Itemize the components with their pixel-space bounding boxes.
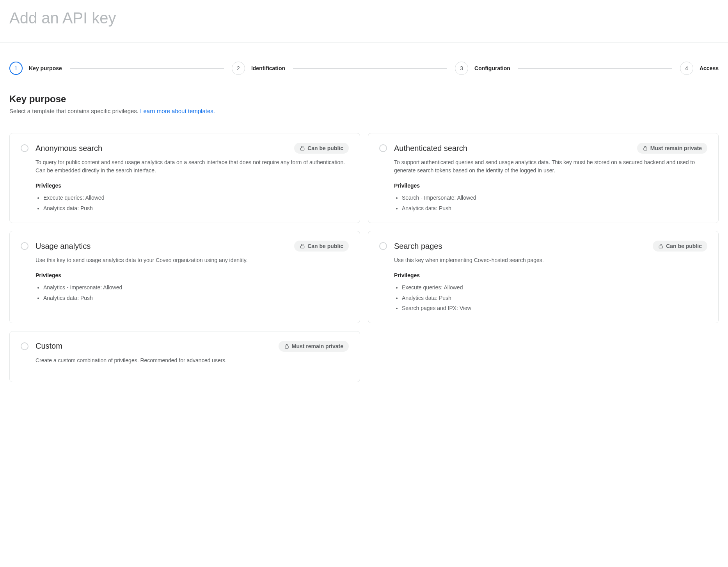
template-card-custom[interactable]: CustomMust remain privateCreate a custom… [9,331,360,382]
template-card-authenticated-search[interactable]: Authenticated searchMust remain privateT… [368,133,719,223]
privilege-item: Execute queries: Allowed [43,193,349,203]
privilege-item: Analytics data: Push [402,203,707,214]
learn-more-link[interactable]: Learn more about templates. [140,108,215,114]
card-header: Anonymous searchCan be public [36,143,349,154]
badge-public: Can be public [653,241,707,252]
card-description: Use this key when implementing Coveo-hos… [394,256,707,264]
radio-authenticated-search[interactable] [379,144,387,152]
stepper: 1Key purpose2Identification3Configuratio… [9,43,719,94]
step-divider [293,68,447,69]
unlock-icon [658,243,664,249]
radio-anonymous-search[interactable] [21,144,28,152]
card-title: Custom [36,342,62,351]
card-description: Create a custom combination of privilege… [36,356,349,365]
step-access[interactable]: 4Access [680,62,719,75]
card-body: Authenticated searchMust remain privateT… [394,143,707,213]
svg-rect-0 [301,148,304,150]
card-header: Authenticated searchMust remain private [394,143,707,154]
step-label: Identification [251,65,285,71]
card-description: Use this key to send usage analytics dat… [36,256,349,264]
privileges-heading: Privileges [394,272,707,278]
badge-label: Can be public [307,145,343,151]
privileges-heading: Privileges [36,272,349,278]
step-configuration[interactable]: 3Configuration [455,62,510,75]
svg-rect-4 [285,346,288,348]
privilege-item: Search - Impersonate: Allowed [402,193,707,203]
step-label: Configuration [474,65,510,71]
card-title: Usage analytics [36,242,91,251]
step-number: 1 [9,62,23,75]
step-key-purpose[interactable]: 1Key purpose [9,62,62,75]
card-body: Anonymous searchCan be publicTo query fo… [36,143,349,213]
card-description: To support authenticated queries and sen… [394,158,707,175]
badge-label: Can be public [307,243,343,249]
privilege-item: Analytics - Impersonate: Allowed [43,282,349,293]
step-number: 4 [680,62,693,75]
page-title: Add an API key [9,9,719,27]
section-desc-text: Select a template that contains specific… [9,108,140,114]
step-divider [518,68,672,69]
card-title: Search pages [394,242,442,251]
badge-public: Can be public [294,143,349,154]
svg-rect-2 [301,246,304,248]
badge-label: Must remain private [650,145,702,151]
badge-label: Must remain private [292,343,343,349]
card-description: To query for public content and send usa… [36,158,349,175]
radio-custom[interactable] [21,342,28,350]
privileges-list: Execute queries: AllowedAnalytics data: … [36,193,349,213]
privilege-item: Search pages and IPX: View [402,303,707,314]
template-card-usage-analytics[interactable]: Usage analyticsCan be publicUse this key… [9,231,360,323]
badge-public: Can be public [294,241,349,252]
step-number: 2 [232,62,245,75]
page-header: Add an API key [0,0,728,43]
svg-rect-3 [659,246,663,248]
step-identification[interactable]: 2Identification [232,62,285,75]
privilege-item: Analytics data: Push [43,203,349,214]
card-header: Usage analyticsCan be public [36,241,349,252]
privileges-heading: Privileges [394,183,707,189]
card-body: Usage analyticsCan be publicUse this key… [36,241,349,314]
lock-icon [284,344,289,349]
section-title: Key purpose [9,94,719,105]
privilege-item: Analytics data: Push [43,293,349,303]
privilege-item: Analytics data: Push [402,293,707,303]
card-body: CustomMust remain privateCreate a custom… [36,341,349,372]
card-body: Search pagesCan be publicUse this key wh… [394,241,707,314]
privileges-list: Execute queries: AllowedAnalytics data: … [394,282,707,314]
lock-icon [643,145,648,151]
step-label: Access [700,65,719,71]
content-area: 1Key purpose2Identification3Configuratio… [0,43,728,398]
section-description: Select a template that contains specific… [9,108,719,114]
template-cards-grid: Anonymous searchCan be publicTo query fo… [9,133,719,382]
step-number: 3 [455,62,468,75]
privileges-heading: Privileges [36,183,349,189]
step-label: Key purpose [29,65,62,71]
unlock-icon [300,243,305,249]
badge-label: Can be public [666,243,702,249]
radio-search-pages[interactable] [379,242,387,250]
card-header: Search pagesCan be public [394,241,707,252]
template-card-anonymous-search[interactable]: Anonymous searchCan be publicTo query fo… [9,133,360,223]
card-title: Authenticated search [394,144,467,153]
radio-usage-analytics[interactable] [21,242,28,250]
privileges-list: Analytics - Impersonate: AllowedAnalytic… [36,282,349,303]
svg-rect-1 [644,148,647,150]
privilege-item: Execute queries: Allowed [402,282,707,293]
card-header: CustomMust remain private [36,341,349,352]
step-divider [70,68,224,69]
badge-private: Must remain private [637,143,707,154]
badge-private: Must remain private [279,341,349,352]
card-title: Anonymous search [36,144,102,153]
privileges-list: Search - Impersonate: AllowedAnalytics d… [394,193,707,213]
template-card-search-pages[interactable]: Search pagesCan be publicUse this key wh… [368,231,719,323]
unlock-icon [300,145,305,151]
